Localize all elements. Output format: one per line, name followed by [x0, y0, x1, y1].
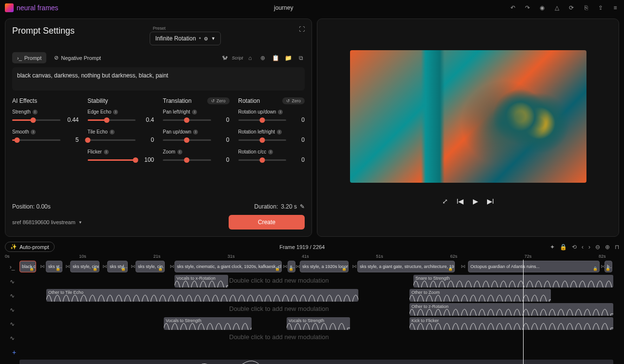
add-track-button[interactable]: +	[12, 348, 16, 356]
shuffle-icon[interactable]: ⋈	[601, 264, 605, 269]
fullscreen-icon[interactable]: ⤢	[442, 197, 448, 205]
squirrel-icon[interactable]: 🐿	[221, 54, 229, 62]
rotation-ud-slider[interactable]	[238, 119, 287, 121]
wave-icon[interactable]: ∿	[5, 335, 20, 342]
pan-lr-slider[interactable]	[163, 119, 211, 121]
shuffle-icon[interactable]: ⋈	[131, 264, 136, 269]
shuffle-icon[interactable]: ⋈	[170, 264, 175, 269]
info-icon[interactable]: i	[268, 150, 273, 154]
expand-icon[interactable]: ⛶	[299, 26, 305, 33]
strength-slider[interactable]	[12, 119, 60, 121]
add-modulation-hint[interactable]: Double click to add new modulation	[229, 333, 329, 341]
modulation-clip[interactable]: Snare to Strength	[413, 275, 613, 287]
modulation-clip[interactable]: Other to Tile Echo	[46, 289, 358, 302]
record-icon[interactable]: ◉	[538, 4, 546, 12]
magic-icon[interactable]: ✦	[550, 244, 555, 250]
info-icon[interactable]: i	[278, 110, 283, 115]
script-icon[interactable]: Script	[234, 54, 241, 62]
palette-icon[interactable]: ⊕	[259, 54, 267, 62]
info-icon[interactable]: i	[177, 150, 182, 154]
save-icon[interactable]: ⎘	[582, 4, 590, 12]
layers-icon[interactable]: ⧉	[297, 54, 305, 62]
timeline-clip[interactable]: sks styl...🔒	[107, 261, 128, 272]
add-modulation-hint[interactable]: Double click to add new modulation	[229, 305, 329, 312]
rotation-cc-slider[interactable]	[238, 159, 287, 161]
edit-icon[interactable]: ✎	[300, 203, 305, 210]
wave-icon[interactable]: ∿	[5, 307, 20, 313]
tile-echo-slider[interactable]	[88, 139, 136, 141]
info-icon[interactable]: i	[193, 130, 198, 134]
time-ruler[interactable]: 0s10s21s31s41s51s62s72s82s	[5, 254, 619, 260]
zoom-out-icon[interactable]: ⊖	[595, 244, 600, 250]
info-icon[interactable]: i	[277, 130, 282, 134]
info-icon[interactable]: i	[104, 150, 109, 154]
terminal-icon[interactable]: ›_	[5, 264, 20, 270]
shuffle-icon[interactable]: ⋈	[40, 264, 45, 269]
zoom-in-icon[interactable]: ⊕	[605, 244, 610, 250]
sref-dropdown[interactable]: sref 868190600 livestream ▼	[12, 219, 82, 225]
add-modulation-hint[interactable]: Double click to add new modulation	[229, 277, 329, 284]
shuffle-icon[interactable]: ⋈	[283, 264, 288, 269]
shuffle-icon[interactable]: ⋈	[352, 264, 357, 269]
undo-icon[interactable]: ↶	[509, 4, 517, 12]
info-icon[interactable]: i	[110, 130, 115, 134]
modulation-clip[interactable]: Vocals to Strength	[164, 317, 252, 330]
shuffle-icon[interactable]: ⋈	[295, 264, 300, 269]
rotation-lr-slider[interactable]	[238, 139, 287, 141]
modulation-clip[interactable]: Vocals to x-Rotation	[175, 275, 228, 287]
folder-icon[interactable]: 📁	[284, 54, 292, 62]
timeline-clip[interactable]: sks style, cine...🔒	[70, 261, 99, 272]
timeline-clip[interactable]: sks style, a giant gate, structure, arch…	[357, 261, 455, 272]
preset-select[interactable]: Infinite Rotation • ⚙ ▼	[150, 32, 221, 45]
timeline-clip[interactable]: sks style, cinematic, a giant clock, 192…	[175, 261, 282, 272]
export-icon[interactable]: ⇪	[597, 4, 604, 12]
smooth-slider[interactable]	[12, 139, 60, 141]
wave-icon[interactable]: ∿	[5, 321, 20, 327]
modulation-clip[interactable]: Vocals to Strength	[287, 317, 350, 330]
redo-icon[interactable]: ↷	[524, 4, 531, 12]
timeline-clip[interactable]: s..🔒	[288, 261, 295, 272]
info-icon[interactable]: i	[31, 130, 36, 134]
tab-prompt[interactable]: ›_ Prompt	[12, 52, 46, 63]
info-icon[interactable]: i	[33, 110, 38, 115]
prompt-textarea[interactable]: black canvas, darkness, nothing but dark…	[12, 67, 305, 91]
info-icon[interactable]: i	[113, 110, 118, 115]
duration-display[interactable]: Duration: 3.20 s ✎	[254, 203, 305, 210]
zoom-slider[interactable]	[163, 159, 211, 161]
rotation-zero-button[interactable]: ↺ Zero	[282, 97, 305, 104]
modulation-clip[interactable]: Kick to Flicker	[410, 317, 613, 330]
play-icon[interactable]: ▶	[473, 197, 478, 205]
shuffle-icon[interactable]: ⋈	[65, 264, 70, 269]
shuffle-icon[interactable]: ⋈	[461, 264, 466, 269]
next-icon[interactable]: ›	[588, 244, 590, 250]
playhead[interactable]	[523, 260, 524, 364]
lock-icon[interactable]: 🔒	[560, 244, 567, 250]
timeline-clip[interactable]: sks style, cin...🔒	[136, 261, 165, 272]
skip-back-icon[interactable]: I◀	[457, 197, 464, 205]
refresh-icon[interactable]: ⟳	[567, 4, 575, 12]
create-button[interactable]: Create	[229, 215, 305, 230]
preview-canvas[interactable]	[350, 50, 586, 183]
home-icon[interactable]: ⌂	[246, 54, 254, 62]
pan-ud-slider[interactable]	[163, 139, 211, 141]
timeline-clip[interactable]: Octopus guardian of Atlantis ruins...🔒	[468, 261, 600, 272]
tab-negative-prompt[interactable]: ⊘ Negative Prompt	[49, 52, 106, 63]
translation-zero-button[interactable]: ↺ Zero	[207, 97, 230, 104]
prev-icon[interactable]: ‹	[582, 244, 584, 250]
menu-icon[interactable]: ≡	[611, 4, 619, 12]
brand-logo[interactable]: neural frames	[5, 3, 58, 12]
skip-forward-icon[interactable]: ▶I	[487, 197, 494, 205]
modulation-clip[interactable]: Other to Zoom	[410, 289, 551, 302]
shuffle-icon[interactable]: ⋈	[102, 264, 107, 269]
flicker-slider[interactable]	[88, 159, 136, 161]
timeline-clip[interactable]: sks st...🔒	[46, 261, 62, 272]
timeline-clip[interactable]: b...🔒	[604, 261, 612, 272]
auto-prompt-button[interactable]: ✨ Auto-prompt	[5, 242, 55, 252]
info-icon[interactable]: i	[192, 110, 197, 115]
clipboard-icon[interactable]: 📋	[272, 54, 279, 62]
bell-icon[interactable]: △	[553, 4, 561, 12]
fit-icon[interactable]: ⊓	[615, 244, 619, 250]
modulation-clip[interactable]: Other to z-Rotation	[410, 303, 613, 316]
loop-icon[interactable]: ⟲	[572, 244, 577, 250]
wave-icon[interactable]: ∿	[5, 278, 20, 285]
